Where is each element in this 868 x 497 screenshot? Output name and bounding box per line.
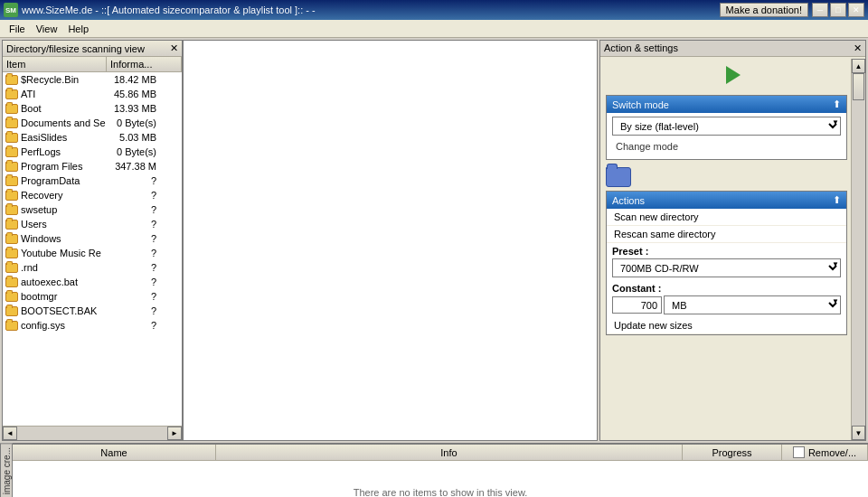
left-panel-title: Directory/filesize scanning view xyxy=(6,43,145,54)
file-row[interactable]: ATI 45.86 MB xyxy=(3,87,182,101)
bottom-col-name[interactable]: Name xyxy=(13,445,216,460)
folder-blue-icon xyxy=(606,167,631,187)
col-header-info[interactable]: Informa... xyxy=(107,57,182,71)
file-row[interactable]: autoexec.bat ? xyxy=(3,275,182,289)
bottom-content: There are no items to show in this view. xyxy=(13,461,868,497)
file-row[interactable]: BOOTSECT.BAK ? xyxy=(3,304,182,318)
scan-new-directory[interactable]: Scan new directory xyxy=(607,209,846,226)
file-size: ? xyxy=(107,219,156,230)
folder-icon xyxy=(5,131,19,144)
app-icon: SM xyxy=(4,3,18,17)
file-row[interactable]: .rnd ? xyxy=(3,260,182,275)
file-size: 13.93 MB xyxy=(107,103,156,114)
file-row[interactable]: config.sys ? xyxy=(3,318,182,333)
constant-unit-select[interactable]: MBGBKB xyxy=(664,295,841,314)
folder-icon xyxy=(5,319,19,332)
vscroll-track[interactable] xyxy=(852,73,865,426)
constant-unit-wrapper: MBGBKB xyxy=(664,295,841,314)
right-panel-title: Action & settings xyxy=(604,42,678,54)
file-row[interactable]: EasiSlides 5.03 MB xyxy=(3,130,182,145)
actions-icon-area xyxy=(600,164,865,187)
vscroll-down-btn[interactable]: ▼ xyxy=(852,426,865,440)
constant-label: Constant : xyxy=(612,283,841,294)
file-name: Boot xyxy=(21,103,107,114)
file-row[interactable]: swsetup ? xyxy=(3,202,182,217)
file-size: ? xyxy=(107,175,156,186)
switch-mode-title: Switch mode xyxy=(612,99,669,110)
file-size: 18.42 MB xyxy=(107,74,156,85)
bottom-col-progress[interactable]: Progress xyxy=(683,445,782,460)
folder-icon xyxy=(5,305,19,317)
right-panel: Action & settings ✕ Switch mode ⬆ By siz… xyxy=(599,40,866,441)
vscroll-up-btn[interactable]: ▲ xyxy=(852,59,865,73)
file-name: bootmgr xyxy=(21,291,107,302)
preset-row: Preset : 700MB CD-R/RW4.7GB DVD25GB Blu-… xyxy=(607,243,846,280)
file-row[interactable]: ProgramData ? xyxy=(3,173,182,188)
folder-icon xyxy=(5,232,19,245)
bottom-wrapper: CD/DVD image cre... Name Info Progress R… xyxy=(0,443,868,497)
middle-area xyxy=(183,40,598,441)
col-header-item[interactable]: Item xyxy=(3,57,107,71)
file-size: 45.86 MB xyxy=(107,89,156,99)
file-row[interactable]: Windows ? xyxy=(3,231,182,246)
folder-icon xyxy=(5,189,19,202)
actions-collapse[interactable]: ⬆ xyxy=(833,194,841,206)
folder-icon xyxy=(5,276,19,288)
bottom-col-info[interactable]: Info xyxy=(216,445,683,460)
file-name: config.sys xyxy=(21,320,107,331)
maximize-button[interactable]: □ xyxy=(830,3,846,17)
folder-icon xyxy=(5,218,19,230)
file-size: ? xyxy=(107,233,156,244)
constant-input[interactable] xyxy=(612,296,662,314)
file-size: ? xyxy=(107,190,156,201)
vscroll-thumb[interactable] xyxy=(853,73,864,100)
file-row[interactable]: Users ? xyxy=(3,217,182,231)
file-size: ? xyxy=(107,204,156,215)
left-panel-close[interactable]: ✕ xyxy=(170,42,178,54)
hscroll-right-btn[interactable]: ► xyxy=(167,427,182,440)
left-hscroll: ◄ ► xyxy=(3,426,182,440)
folder-icon xyxy=(5,261,19,274)
file-row[interactable]: Boot 13.93 MB xyxy=(3,101,182,116)
menu-view[interactable]: View xyxy=(31,22,63,36)
hscroll-left-btn[interactable]: ◄ xyxy=(3,427,17,440)
folder-icon xyxy=(5,247,19,259)
file-row[interactable]: Youtube Music Re ? xyxy=(3,246,182,260)
switch-mode-collapse[interactable]: ⬆ xyxy=(833,98,841,110)
remove-checkbox[interactable] xyxy=(793,446,805,458)
minimize-button[interactable]: ─ xyxy=(812,3,828,17)
file-row[interactable]: Program Files 347.38 M xyxy=(3,159,182,173)
change-mode-label: Change mode xyxy=(612,139,841,154)
close-button[interactable]: ✕ xyxy=(848,3,864,17)
file-name: $Recycle.Bin xyxy=(21,74,107,85)
menu-file[interactable]: File xyxy=(4,22,31,36)
preset-select[interactable]: 700MB CD-R/RW4.7GB DVD25GB Blu-ray xyxy=(612,258,841,277)
file-name: autoexec.bat xyxy=(21,277,107,287)
actions-panel: Actions ⬆ Scan new directory Rescan same… xyxy=(606,191,847,335)
file-name: Program Files xyxy=(21,161,107,172)
file-name: ATI xyxy=(21,89,107,99)
folder-icon xyxy=(5,73,19,86)
actions-title: Actions xyxy=(612,195,645,206)
right-vscroll: ▲ ▼ xyxy=(851,59,865,440)
rescan-directory[interactable]: Rescan same directory xyxy=(607,226,846,243)
folder-icon xyxy=(5,203,19,216)
file-name: ProgramData xyxy=(21,175,107,186)
left-panel: Directory/filesize scanning view ✕ Item … xyxy=(2,40,183,441)
update-sizes[interactable]: Update new sizes xyxy=(607,317,846,334)
file-row[interactable]: Recovery ? xyxy=(3,188,182,202)
file-name: swsetup xyxy=(21,204,107,215)
file-row[interactable]: bootmgr ? xyxy=(3,289,182,304)
switch-mode-header: Switch mode ⬆ xyxy=(607,96,846,113)
file-row[interactable]: $Recycle.Bin 18.42 MB xyxy=(3,72,182,87)
menu-help[interactable]: Help xyxy=(62,22,94,36)
switch-mode-select[interactable]: By size (flat-level)By nameBy date xyxy=(612,117,841,136)
right-panel-close[interactable]: ✕ xyxy=(854,42,862,54)
bottom-header: Name Info Progress Remove/... xyxy=(13,445,868,461)
file-row[interactable]: PerfLogs 0 Byte(s) xyxy=(3,145,182,159)
donation-button[interactable]: Make a donation! xyxy=(720,3,808,17)
empty-message: There are no items to show in this view. xyxy=(354,487,528,497)
file-row[interactable]: Documents and Se 0 Byte(s) xyxy=(3,116,182,130)
bottom-col-remove[interactable]: Remove/... xyxy=(782,445,868,460)
hscroll-track[interactable] xyxy=(17,427,167,440)
